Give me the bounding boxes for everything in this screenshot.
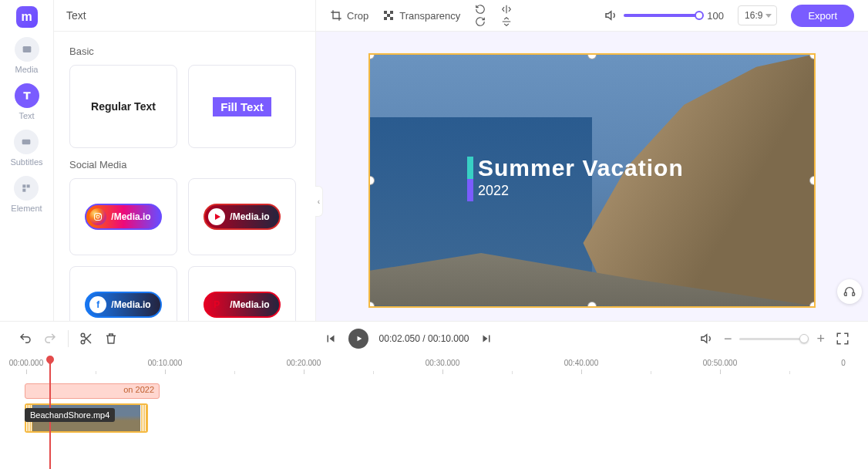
zoom-slider[interactable]	[739, 338, 809, 340]
rotate-cw-icon[interactable]	[474, 16, 486, 27]
svg-rect-10	[387, 14, 390, 17]
text-preset-regular[interactable]: Regular Text	[69, 65, 177, 148]
text-panel: Text Basic Regular Text Fill Text Social…	[54, 0, 316, 321]
resize-handle[interactable]	[588, 53, 596, 59]
canvas-toolbar: Crop Transparency 100	[316, 0, 868, 32]
rail-label-element: Element	[11, 204, 42, 213]
canvas-area: Crop Transparency 100	[316, 0, 868, 321]
timeline-ruler[interactable]: 00:00.000 00:10.000 00:20.000 00:30.000 …	[19, 359, 849, 380]
svg-rect-11	[384, 17, 387, 20]
timeline-section: 00:02.050 / 00:10.000 − + 00:00.000 00:1…	[0, 321, 868, 469]
resize-handle[interactable]	[810, 177, 816, 184]
clip-tooltip: BeachandShore.mp4	[25, 408, 115, 422]
element-icon	[14, 176, 39, 201]
facebook-icon: f	[89, 296, 106, 313]
zoom-out-button[interactable]: −	[724, 331, 732, 347]
headphones-icon	[843, 285, 856, 298]
redo-button[interactable]	[43, 332, 57, 346]
svg-rect-8	[384, 11, 387, 14]
section-title-social: Social Media	[69, 159, 300, 170]
rail-item-text[interactable]: Text	[15, 83, 39, 120]
prev-frame-button[interactable]	[324, 332, 338, 346]
flip-vertical-icon[interactable]	[500, 16, 513, 27]
video-content: Summer Vacation 2022	[370, 55, 814, 306]
volume-icon	[604, 8, 617, 22]
volume-value: 100	[707, 10, 724, 22]
export-button[interactable]: Export	[791, 5, 854, 27]
delete-button[interactable]	[104, 332, 118, 346]
media-icon	[15, 37, 39, 62]
social-preset-facebook[interactable]: f/Media.io	[69, 266, 177, 321]
svg-point-7	[100, 214, 101, 215]
resize-handle[interactable]	[368, 177, 374, 184]
fit-button[interactable]	[836, 332, 849, 346]
rail-label-media: Media	[15, 65, 39, 74]
title-text-element[interactable]: Summer Vacation 2022	[478, 155, 684, 199]
crop-button[interactable]: Crop	[330, 9, 368, 22]
svg-rect-0	[22, 46, 31, 52]
video-preview-frame[interactable]: Summer Vacation 2022	[368, 53, 816, 308]
svg-rect-4	[23, 189, 26, 192]
subtitles-icon	[14, 130, 39, 154]
text-icon	[15, 83, 39, 108]
rail-item-element[interactable]: Element	[11, 176, 42, 213]
resize-handle[interactable]	[588, 302, 596, 308]
zoom-in-button[interactable]: +	[816, 331, 825, 347]
pinterest-icon: P	[208, 296, 225, 313]
rotate-ccw-icon[interactable]	[474, 4, 486, 15]
resize-handle[interactable]	[810, 53, 816, 59]
timeline-text-clip[interactable]: on 2022	[25, 383, 160, 399]
next-frame-button[interactable]	[479, 332, 493, 346]
clip-trim-right[interactable]	[140, 405, 146, 431]
social-preset-youtube[interactable]: /Media.io	[188, 178, 296, 255]
play-button[interactable]	[348, 329, 368, 349]
aspect-ratio-select[interactable]: 16:9	[738, 5, 777, 25]
transparency-icon	[382, 9, 395, 22]
svg-point-6	[96, 215, 99, 218]
svg-point-14	[81, 340, 85, 344]
transparency-button[interactable]: Transparency	[382, 9, 460, 22]
rail-item-subtitles[interactable]: Subtitles	[10, 130, 42, 167]
svg-rect-1	[22, 140, 31, 145]
split-button[interactable]	[79, 332, 93, 346]
left-nav-rail: m Media Text Subtitles Element	[0, 0, 54, 321]
resize-handle[interactable]	[810, 302, 816, 308]
svg-point-13	[81, 333, 85, 337]
svg-rect-2	[23, 184, 26, 187]
headphones-button[interactable]	[837, 279, 862, 304]
social-preset-pinterest[interactable]: P/Media.io	[188, 266, 296, 321]
text-preset-fill[interactable]: Fill Text	[188, 65, 296, 148]
youtube-icon	[208, 208, 225, 225]
section-title-basic: Basic	[69, 46, 300, 57]
playback-time: 00:02.050 / 00:10.000	[379, 333, 469, 344]
volume-control[interactable]: 100	[604, 8, 724, 22]
social-preset-instagram[interactable]: /Media.io	[69, 178, 177, 255]
rail-item-media[interactable]: Media	[15, 37, 39, 74]
svg-rect-12	[390, 17, 393, 20]
flip-horizontal-icon[interactable]	[500, 4, 513, 15]
undo-button[interactable]	[19, 332, 32, 346]
volume-slider[interactable]	[624, 14, 701, 17]
instagram-icon	[89, 208, 106, 225]
panel-header: Text	[54, 0, 315, 32]
rail-label-text: Text	[19, 111, 34, 120]
app-logo: m	[16, 6, 38, 28]
mute-button[interactable]	[699, 332, 713, 346]
rail-label-subtitles: Subtitles	[10, 157, 42, 167]
panel-collapse-toggle[interactable]: ‹	[315, 186, 323, 217]
svg-rect-3	[27, 184, 30, 187]
svg-rect-9	[390, 11, 393, 14]
crop-icon	[330, 9, 342, 22]
